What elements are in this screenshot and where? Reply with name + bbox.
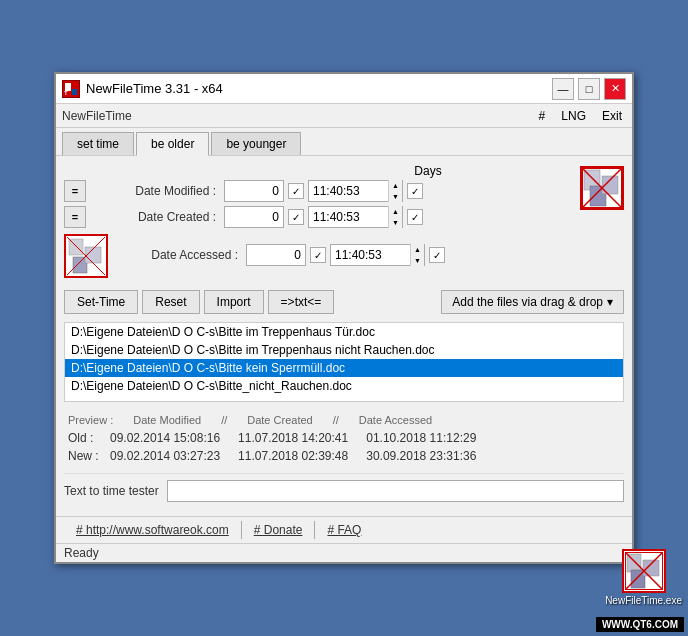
main-content: Days = Date Modified : ▲ ▼ bbox=[56, 156, 632, 516]
text-tester-label: Text to time tester bbox=[64, 484, 159, 498]
svg-rect-20 bbox=[643, 560, 659, 576]
date-accessed-label: Date Accessed : bbox=[112, 248, 242, 262]
menu-exit[interactable]: Exit bbox=[598, 108, 626, 124]
convert-button[interactable]: =>txt<= bbox=[268, 290, 335, 314]
col-modified-label: Date Modified bbox=[133, 414, 201, 426]
preview-new-row: New : 09.02.2014 03:27:23 11.07.2018 02:… bbox=[68, 447, 620, 465]
date-created-label: Date Created : bbox=[90, 210, 220, 224]
time-input-created: ▲ ▼ bbox=[308, 206, 403, 228]
tabs-bar: set time be older be younger bbox=[56, 128, 632, 156]
app-name: NewFileTime bbox=[62, 109, 132, 123]
file-list[interactable]: D:\Eigene Dateien\D O C-s\Bitte im Trepp… bbox=[64, 322, 624, 402]
new-modified: 09.02.2014 03:27:23 bbox=[110, 449, 220, 463]
time-field-created[interactable] bbox=[309, 210, 388, 224]
spin-up-accessed[interactable]: ▲ bbox=[411, 244, 424, 255]
check2-accessed[interactable] bbox=[429, 247, 445, 263]
new-accessed: 30.09.2018 23:31:36 bbox=[366, 449, 476, 463]
set-time-button[interactable]: Set-Time bbox=[64, 290, 138, 314]
days-label: Days bbox=[414, 164, 441, 178]
date-modified-row: = Date Modified : ▲ ▼ bbox=[64, 180, 572, 202]
date-modified-label: Date Modified : bbox=[90, 184, 220, 198]
exe-icon-area: NewFileTime.exe bbox=[605, 549, 682, 606]
window-title: NewFileTime 3.31 - x64 bbox=[86, 81, 552, 96]
col-created-label: Date Created bbox=[247, 414, 312, 426]
file-item-2[interactable]: D:\Eigene Dateien\D O C-s\Bitte kein Spe… bbox=[65, 359, 623, 377]
title-controls: — □ ✕ bbox=[552, 78, 626, 100]
main-window: T NewFileTime 3.31 - x64 — □ ✕ NewFileTi… bbox=[54, 72, 634, 564]
sep1: // bbox=[221, 414, 227, 426]
days-input-modified[interactable] bbox=[224, 180, 284, 202]
spin-accessed: ▲ ▼ bbox=[410, 244, 424, 266]
preview-header: Preview : Date Modified // Date Created … bbox=[68, 412, 620, 429]
bottom-links: # http://www.softwareok.com # Donate # F… bbox=[56, 516, 632, 543]
fields-area: Days = Date Modified : ▲ ▼ bbox=[64, 164, 624, 282]
check2-created[interactable] bbox=[407, 209, 423, 225]
time-input-modified: ▲ ▼ bbox=[308, 180, 403, 202]
file-item-0[interactable]: D:\Eigene Dateien\D O C-s\Bitte im Trepp… bbox=[65, 323, 623, 341]
watermark: WWW.QT6.COM bbox=[596, 617, 684, 632]
actions-row: Set-Time Reset Import =>txt<= Add the fi… bbox=[64, 290, 624, 314]
time-field-accessed[interactable] bbox=[331, 248, 410, 262]
left-icon-box bbox=[64, 234, 108, 278]
old-label: Old : bbox=[68, 431, 100, 445]
text-tester-input[interactable] bbox=[167, 480, 624, 502]
rows-container: Days = Date Modified : ▲ ▼ bbox=[64, 164, 572, 282]
spin-up-modified[interactable]: ▲ bbox=[389, 180, 402, 191]
close-button[interactable]: ✕ bbox=[604, 78, 626, 100]
minimize-button[interactable]: — bbox=[552, 78, 574, 100]
menu-right: # LNG Exit bbox=[535, 108, 626, 124]
menu-hash[interactable]: # bbox=[535, 108, 550, 124]
status-bar: Ready bbox=[56, 543, 632, 562]
spin-modified: ▲ ▼ bbox=[388, 180, 402, 202]
old-accessed: 01.10.2018 11:12:29 bbox=[366, 431, 476, 445]
eq-button-modified[interactable]: = bbox=[64, 180, 86, 202]
exe-icon bbox=[622, 549, 666, 593]
spin-up-created[interactable]: ▲ bbox=[389, 206, 402, 217]
import-button[interactable]: Import bbox=[204, 290, 264, 314]
dropdown-arrow-icon: ▾ bbox=[607, 295, 613, 309]
old-created: 11.07.2018 14:20:41 bbox=[238, 431, 348, 445]
link-donate[interactable]: # Donate bbox=[241, 521, 315, 539]
check-created-time[interactable] bbox=[288, 209, 304, 225]
tab-set-time[interactable]: set time bbox=[62, 132, 134, 155]
link-faq[interactable]: # FAQ bbox=[314, 521, 373, 539]
col-accessed-label: Date Accessed bbox=[359, 414, 432, 426]
spin-down-accessed[interactable]: ▼ bbox=[411, 255, 424, 266]
file-item-3[interactable]: D:\Eigene Dateien\D O C-s\Bitte_nicht_Ra… bbox=[65, 377, 623, 395]
maximize-button[interactable]: □ bbox=[578, 78, 600, 100]
app-icon: T bbox=[62, 80, 80, 98]
check2-modified[interactable] bbox=[407, 183, 423, 199]
check-modified-time[interactable] bbox=[288, 183, 304, 199]
eq-button-created[interactable]: = bbox=[64, 206, 86, 228]
drag-drop-button[interactable]: Add the files via drag & drop ▾ bbox=[441, 290, 624, 314]
link-website[interactable]: # http://www.softwareok.com bbox=[64, 521, 241, 539]
check-accessed-time[interactable] bbox=[310, 247, 326, 263]
text-tester-row: Text to time tester bbox=[64, 473, 624, 508]
title-bar: T NewFileTime 3.31 - x64 — □ ✕ bbox=[56, 74, 632, 104]
spin-created: ▲ ▼ bbox=[388, 206, 402, 228]
days-input-created[interactable] bbox=[224, 206, 284, 228]
preview-label: Preview : bbox=[68, 414, 113, 426]
preview-old-row: Old : 09.02.2014 15:08:16 11.07.2018 14:… bbox=[68, 429, 620, 447]
svg-rect-2 bbox=[72, 89, 77, 95]
file-item-1[interactable]: D:\Eigene Dateien\D O C-s\Bitte im Trepp… bbox=[65, 341, 623, 359]
date-accessed-row: Date Accessed : ▲ ▼ bbox=[64, 232, 572, 278]
tab-be-older[interactable]: be older bbox=[136, 132, 209, 156]
time-field-modified[interactable] bbox=[309, 184, 388, 198]
menu-bar: NewFileTime # LNG Exit bbox=[56, 104, 632, 128]
reset-button[interactable]: Reset bbox=[142, 290, 199, 314]
tab-be-younger[interactable]: be younger bbox=[211, 132, 301, 155]
exe-label: NewFileTime.exe bbox=[605, 595, 682, 606]
time-input-accessed: ▲ ▼ bbox=[330, 244, 425, 266]
status-text: Ready bbox=[64, 546, 99, 560]
days-header: Days bbox=[284, 164, 572, 178]
new-created: 11.07.2018 02:39:48 bbox=[238, 449, 348, 463]
days-input-accessed[interactable] bbox=[246, 244, 306, 266]
old-modified: 09.02.2014 15:08:16 bbox=[110, 431, 220, 445]
preview-section: Preview : Date Modified // Date Created … bbox=[64, 408, 624, 469]
sep2: // bbox=[333, 414, 339, 426]
spin-down-created[interactable]: ▼ bbox=[389, 217, 402, 228]
spin-down-modified[interactable]: ▼ bbox=[389, 191, 402, 202]
svg-text:T: T bbox=[64, 90, 68, 96]
menu-lng[interactable]: LNG bbox=[557, 108, 590, 124]
